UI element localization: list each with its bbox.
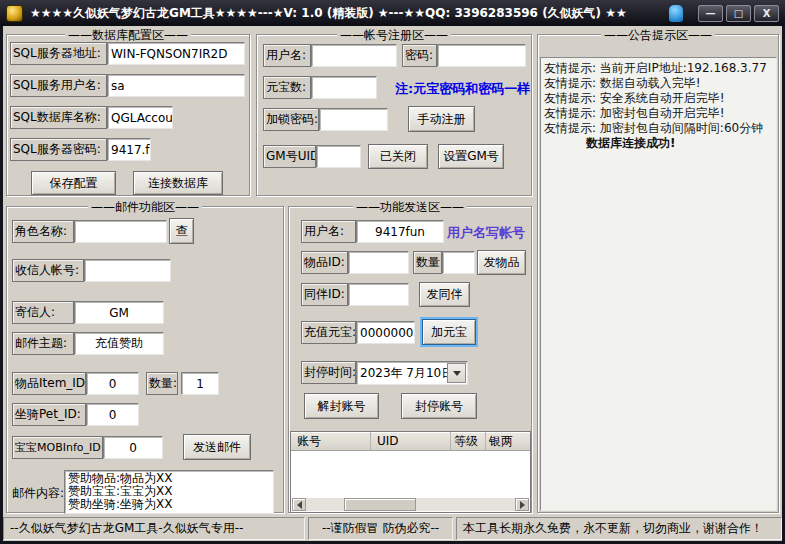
send-qty-input[interactable]	[442, 251, 475, 274]
recharge-label: 充值元宝:	[301, 321, 356, 344]
ban-time-value: 2023年 7月10日	[360, 365, 453, 382]
sql-server-address-label: SQL服务器地址:	[10, 42, 107, 65]
mail-qty-input[interactable]: 1	[181, 372, 219, 395]
manual-register-button[interactable]: 手动注册	[408, 106, 475, 132]
sender-input[interactable]: GM	[74, 301, 164, 324]
yuanbao-count-input[interactable]	[311, 76, 377, 99]
horizontal-scrollbar[interactable]	[292, 498, 529, 511]
send-partner-button[interactable]: 发同伴	[419, 282, 470, 307]
send-username-label: 用户名:	[301, 220, 356, 243]
send-item-id-label: 物品ID:	[301, 251, 348, 274]
titlebar-controls: — □ X	[669, 5, 779, 22]
yuanbao-count-label: 元宝数:	[263, 76, 311, 99]
role-name-input[interactable]	[74, 220, 167, 243]
item-id-input[interactable]: 0	[86, 372, 139, 395]
scrollbar-thumb[interactable]	[344, 498, 416, 511]
reg-password-input[interactable]	[437, 44, 526, 67]
sql-password-input[interactable]: 9417.fun	[107, 138, 151, 161]
pet-id-input[interactable]: 0	[86, 403, 139, 426]
gm-uid-input[interactable]	[316, 145, 361, 168]
send-qty-label: 数量:	[413, 251, 442, 274]
function-send-title: ——功能发送区——	[353, 199, 467, 216]
account-table: 账号 UID 等级 银两	[290, 431, 531, 513]
account-register-title: ——帐号注册区——	[337, 27, 451, 44]
account-table-header: 账号 UID 等级 银两	[291, 432, 530, 451]
close-button[interactable]: X	[754, 5, 779, 22]
announcement-message: 友情提示: 加密封包自动开启完毕!	[544, 106, 773, 121]
announcement-message: 友情提示: 数据自动载入完毕!	[544, 76, 773, 91]
sql-user-input[interactable]: sa	[107, 74, 245, 97]
mail-panel: ——邮件功能区—— 角色名称: 查 收信人帐号: 寄信人: GM 邮件主题: 充…	[6, 206, 284, 513]
sql-user-label: SQL服务用户名:	[10, 74, 107, 97]
save-config-button[interactable]: 保存配置	[31, 171, 116, 195]
scroll-right-button[interactable]	[515, 498, 529, 511]
arrow-left-icon	[297, 501, 302, 509]
announcement-title: ——公告提示区——	[601, 27, 715, 44]
lookup-button[interactable]: 查	[169, 218, 194, 244]
send-item-id-input[interactable]	[348, 251, 409, 274]
statusbar-right-text: 本工具长期永久免费，永不更新，切勿商业，谢谢合作！	[463, 520, 763, 537]
calendar-dropdown-button[interactable]	[447, 363, 466, 383]
pet-id-label: 坐骑Pet_ID:	[12, 403, 86, 426]
statusbar-right: 本工具长期永久免费，永不更新，切勿商业，谢谢合作！	[456, 517, 782, 540]
reg-password-label: 密码:	[402, 44, 437, 67]
mail-subject-input[interactable]: 充值赞助	[74, 332, 164, 355]
sql-password-label: SQL服务器密码:	[10, 138, 107, 161]
announcement-panel: ——公告提示区—— 友情提示: 当前开启IP地址:192.168.3.77 友情…	[537, 34, 779, 513]
sql-server-address-input[interactable]: WIN-FQNSON7IR2D	[107, 42, 245, 65]
lock-password-input[interactable]	[319, 108, 388, 131]
mail-subject-label: 邮件主题:	[12, 332, 74, 355]
ban-account-button[interactable]: 封停账号	[401, 393, 477, 419]
baby-mobinfo-id-label: 宝宝MOBInfo_ID:	[12, 436, 103, 459]
chevron-down-icon	[453, 371, 461, 376]
reg-username-label: 用户名:	[263, 44, 311, 67]
header-silver[interactable]: 银两	[486, 432, 530, 450]
account-register-panel: ——帐号注册区—— 用户名: 密码: 元宝数: 注:元宝密码和密码一样 加锁密码…	[256, 34, 532, 196]
mail-content-label: 邮件内容:	[12, 485, 64, 502]
username-note: 用户名写帐号	[447, 224, 525, 242]
item-id-label: 物品Item_ID:	[12, 372, 86, 395]
hand-icon	[669, 5, 683, 22]
recharge-input[interactable]: 000000000	[356, 321, 415, 344]
statusbar-middle: --谨防假冒 防伪必究--	[308, 517, 453, 540]
ban-time-picker[interactable]: 2023年 7月10日	[356, 361, 468, 385]
statusbar-left-text: --久似妖气梦幻古龙GM工具-久似妖气专用--	[10, 520, 243, 537]
window-title: ★★★★久似妖气梦幻古龙GM工具★★★★---★V: 1.0 (精装版) ★--…	[30, 5, 669, 22]
connect-db-button[interactable]: 连接数据库	[133, 171, 223, 195]
announcement-message: 友情提示: 加密封包自动间隔时间:60分钟	[544, 121, 773, 136]
set-gm-button[interactable]: 设置GM号	[438, 144, 504, 169]
ban-time-label: 封停时间:	[301, 361, 356, 384]
gm-uid-label: GM号UID:	[263, 145, 316, 168]
unban-account-button[interactable]: 解封账号	[304, 393, 379, 419]
announcement-list: 友情提示: 当前开启IP地址:192.168.3.77 友情提示: 数据自动载入…	[540, 57, 777, 511]
header-account[interactable]: 账号	[291, 432, 371, 450]
mail-qty-label: 数量:	[146, 372, 178, 395]
statusbar-middle-text: --谨防假冒 防伪必究--	[322, 520, 439, 537]
scroll-left-button[interactable]	[292, 498, 306, 511]
maximize-button[interactable]: □	[726, 5, 751, 22]
send-item-button[interactable]: 发物品	[477, 250, 526, 275]
yuanbao-password-note: 注:元宝密码和密码一样	[395, 80, 530, 98]
app-icon	[6, 5, 23, 22]
partner-id-input[interactable]	[348, 283, 409, 306]
header-level[interactable]: 等级	[451, 432, 486, 450]
add-yuanbao-button[interactable]: 加元宝	[422, 319, 476, 345]
mail-content-textarea[interactable]: 赞助物品:物品为XX 赞助宝宝:宝宝为XX 赞助坐骑:坐骑为XX	[64, 470, 274, 514]
announcement-message: 友情提示: 安全系统自动开启完毕!	[544, 91, 773, 106]
minimize-button[interactable]: —	[698, 5, 723, 22]
send-mail-button[interactable]: 发送邮件	[183, 434, 251, 460]
closed-button[interactable]: 已关闭	[368, 144, 428, 169]
sql-dbname-input[interactable]: QGLAccount	[107, 106, 173, 129]
announcement-message: 数据库连接成功!	[544, 136, 773, 151]
send-username-input[interactable]: 9417fun	[356, 220, 444, 243]
role-name-label: 角色名称:	[12, 220, 74, 243]
recipient-account-label: 收信人帐号:	[12, 259, 84, 282]
statusbar-left: --久似妖气梦幻古龙GM工具-久似妖气专用--	[3, 517, 305, 540]
function-send-panel: ——功能发送区—— 用户名: 9417fun 用户名写帐号 物品ID: 数量: …	[288, 206, 532, 513]
reg-username-input[interactable]	[311, 44, 397, 67]
baby-mobinfo-id-input[interactable]: 0	[103, 436, 163, 459]
lock-password-label: 加锁密码:	[263, 108, 319, 131]
header-uid[interactable]: UID	[371, 432, 451, 450]
recipient-account-input[interactable]	[84, 259, 171, 282]
title-bar: ★★★★久似妖气梦幻古龙GM工具★★★★---★V: 1.0 (精装版) ★--…	[0, 0, 785, 26]
